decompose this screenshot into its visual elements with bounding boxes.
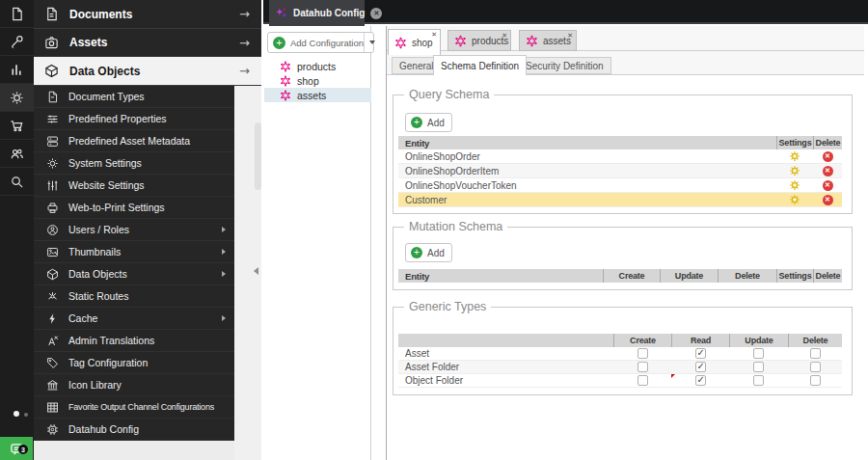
close-icon[interactable]: ✕ bbox=[431, 31, 437, 39]
submenu-arrow-icon bbox=[222, 271, 226, 277]
delete-icon[interactable]: ✕ bbox=[823, 151, 833, 162]
document-types-icon bbox=[46, 91, 59, 103]
checkbox-create[interactable] bbox=[637, 348, 648, 359]
search-strip-button[interactable] bbox=[0, 168, 34, 196]
users-icon bbox=[10, 147, 24, 161]
checkbox-read[interactable] bbox=[695, 375, 706, 386]
close-icon[interactable]: ✕ bbox=[502, 32, 507, 40]
tools-strip-button[interactable] bbox=[0, 28, 34, 56]
sidebar-section-data-objects[interactable]: Data Objects → bbox=[34, 57, 261, 86]
checkbox-read[interactable] bbox=[695, 348, 706, 359]
chat-button[interactable]: 3 bbox=[0, 437, 33, 460]
menu-item-static-routes[interactable]: Static Routes bbox=[34, 285, 234, 308]
search-icon bbox=[10, 175, 24, 189]
menu-item-datahub-config[interactable]: Datahub Config bbox=[34, 419, 234, 441]
settings-gear-icon[interactable] bbox=[789, 165, 800, 176]
config-icon bbox=[280, 90, 291, 101]
bar-chart-icon bbox=[10, 63, 24, 77]
mutation-schema-table: Entity Create Update Delete Settings Del… bbox=[398, 269, 842, 283]
menu-item-admin-translations[interactable]: Admin Translations bbox=[34, 330, 234, 352]
delete-icon[interactable]: ✕ bbox=[823, 180, 833, 191]
menu-item-tag-configuration[interactable]: Tag Configuration bbox=[34, 352, 234, 374]
sidebar-section-assets[interactable]: Assets → bbox=[34, 29, 261, 57]
tab-shop[interactable]: shop ✕ bbox=[388, 29, 441, 55]
table-row[interactable]: Asset bbox=[398, 347, 842, 361]
cube-icon bbox=[46, 268, 59, 281]
add-configuration-label: Add Configuration bbox=[290, 38, 364, 48]
asset-metadata-icon bbox=[46, 135, 59, 148]
generic-types-table: Create Read Update Delete Asset Asset Fo… bbox=[398, 334, 842, 388]
add-configuration-button[interactable]: + Add Configuration bbox=[267, 32, 374, 53]
table-row[interactable]: Object Folder bbox=[398, 374, 842, 388]
menu-item-predefined-asset-metadata[interactable]: Predefined Asset Metadata bbox=[34, 130, 234, 152]
close-icon[interactable]: ✕ bbox=[370, 8, 382, 19]
chip-icon bbox=[46, 423, 59, 436]
config-icon bbox=[280, 61, 291, 72]
generic-types-legend: Generic Types bbox=[404, 300, 491, 313]
menu-item-icon-library[interactable]: Icon Library bbox=[34, 374, 234, 396]
menu-item-predefined-properties[interactable]: Predefined Properties bbox=[34, 108, 234, 130]
generic-table-header: Create Read Update Delete bbox=[398, 334, 842, 347]
grid-icon bbox=[46, 401, 59, 414]
table-row-selected[interactable]: Customer ✕ bbox=[398, 193, 842, 207]
tree-item-shop[interactable]: shop bbox=[264, 73, 371, 88]
config-icon bbox=[280, 75, 291, 87]
documents-strip-button[interactable] bbox=[0, 0, 34, 28]
checkbox-create[interactable] bbox=[637, 362, 648, 372]
tag-icon bbox=[46, 357, 59, 369]
tree-item-products[interactable]: products bbox=[264, 59, 371, 73]
workspace-tab-datahub-config[interactable]: Datahub Config ✕ bbox=[269, 0, 365, 26]
subtab-security-definition[interactable]: Security Definition bbox=[518, 57, 611, 74]
checkbox-update[interactable] bbox=[753, 375, 764, 386]
reports-strip-button[interactable] bbox=[0, 56, 34, 84]
table-row[interactable]: Asset Folder bbox=[398, 361, 842, 374]
table-row[interactable]: OnlineShopVoucherToken ✕ bbox=[398, 178, 842, 193]
checkbox-read[interactable] bbox=[695, 362, 706, 372]
delete-icon[interactable]: ✕ bbox=[823, 166, 833, 176]
users-strip-button[interactable] bbox=[0, 140, 34, 168]
table-row[interactable]: OnlineShopOrder ✕ bbox=[398, 149, 842, 164]
menu-item-website-settings[interactable]: Website Settings bbox=[34, 175, 234, 197]
collapse-arrow-icon[interactable] bbox=[254, 267, 258, 275]
table-row[interactable]: OnlineShopOrderItem ✕ bbox=[398, 164, 842, 178]
settings-gear-icon[interactable] bbox=[789, 194, 800, 205]
gear-icon bbox=[46, 157, 59, 170]
checkbox-delete[interactable] bbox=[810, 362, 821, 372]
cube-icon bbox=[44, 64, 59, 78]
menu-item-thumbnails[interactable]: Thumbnails bbox=[34, 241, 234, 263]
query-add-button[interactable]: + Add bbox=[405, 113, 452, 132]
plus-icon: + bbox=[411, 247, 422, 258]
dropdown-caret[interactable] bbox=[365, 41, 380, 44]
tab-products[interactable]: products ✕ bbox=[448, 30, 511, 51]
printer-icon bbox=[46, 202, 59, 214]
checkbox-update[interactable] bbox=[753, 362, 764, 372]
tree-item-assets[interactable]: assets bbox=[264, 88, 371, 102]
cart-icon bbox=[10, 119, 24, 133]
menu-item-cache[interactable]: Cache bbox=[34, 308, 234, 330]
close-icon[interactable]: ✕ bbox=[567, 32, 573, 40]
mutation-add-button[interactable]: + Add bbox=[405, 243, 452, 262]
scrollbar-thumb[interactable] bbox=[255, 122, 261, 190]
checkbox-create[interactable] bbox=[637, 375, 648, 386]
menu-item-users-roles[interactable]: Users / Roles bbox=[34, 219, 234, 241]
ecommerce-strip-button[interactable] bbox=[0, 112, 34, 140]
menu-item-web-to-print-settings[interactable]: Web-to-Print Settings bbox=[34, 197, 234, 219]
settings-strip-button[interactable] bbox=[0, 84, 34, 112]
checkbox-delete[interactable] bbox=[810, 375, 821, 386]
section-label: Assets bbox=[69, 36, 107, 49]
menu-item-document-types[interactable]: Document Types bbox=[34, 86, 234, 108]
sidebar-section-documents[interactable]: Documents → bbox=[34, 0, 261, 29]
file-icon bbox=[10, 7, 24, 21]
tab-assets[interactable]: assets ✕ bbox=[519, 30, 577, 51]
menu-item-system-settings[interactable]: System Settings bbox=[34, 152, 234, 175]
settings-gear-icon[interactable] bbox=[789, 150, 800, 162]
config-icon bbox=[394, 37, 407, 49]
query-schema-legend: Query Schema bbox=[404, 88, 494, 101]
menu-item-favorite-output-channel-configurations[interactable]: Favorite Output Channel Configurations bbox=[34, 396, 234, 419]
checkbox-update[interactable] bbox=[753, 348, 764, 359]
delete-icon[interactable]: ✕ bbox=[823, 195, 833, 205]
settings-gear-icon[interactable] bbox=[789, 179, 800, 191]
subtab-schema-definition[interactable]: Schema Definition bbox=[433, 55, 527, 75]
checkbox-delete[interactable] bbox=[810, 348, 821, 359]
menu-item-data-objects[interactable]: Data Objects bbox=[34, 263, 234, 285]
